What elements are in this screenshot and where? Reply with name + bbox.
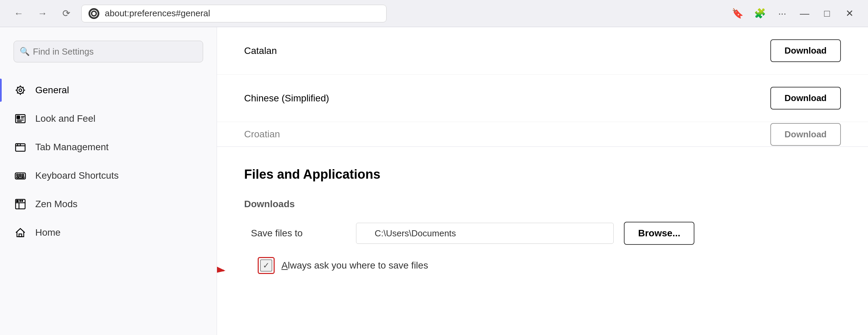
sidebar-item-label-zenmods: Zen Mods xyxy=(35,199,78,210)
annotation-arrow xyxy=(217,243,251,284)
search-container: 🔍 xyxy=(0,41,217,76)
svg-rect-24 xyxy=(19,234,22,237)
tab-management-icon xyxy=(14,140,27,154)
language-list: Catalan Download Chinese (Simplified) Do… xyxy=(217,27,868,147)
always-ask-checkbox[interactable]: ✓ xyxy=(260,259,272,272)
checkbox-highlight-border: ✓ xyxy=(258,257,275,274)
save-files-label: Save files to xyxy=(251,228,346,239)
zen-mods-icon xyxy=(14,197,27,211)
download-button-croatian[interactable]: Download xyxy=(770,123,841,146)
general-icon xyxy=(14,83,27,97)
address-bar[interactable]: about:preferences#general xyxy=(81,5,387,22)
language-name-croatian: Croatian xyxy=(244,129,280,140)
download-button-catalan[interactable]: Download xyxy=(770,39,841,62)
svg-rect-17 xyxy=(22,177,24,178)
svg-rect-13 xyxy=(19,174,21,176)
always-ask-container: ✓ Always ask you where to save files xyxy=(244,257,428,281)
svg-point-3 xyxy=(17,87,24,94)
sidebar-item-label-general: General xyxy=(35,85,69,96)
sidebar: 🔍 General xyxy=(0,27,217,335)
svg-rect-16 xyxy=(18,177,22,178)
svg-point-2 xyxy=(19,89,22,92)
sidebar-item-general[interactable]: General xyxy=(0,76,217,104)
minimize-icon: — xyxy=(800,8,809,19)
always-ask-row: ✓ Always ask you where to save files xyxy=(251,257,428,274)
sidebar-item-label-tabs: Tab Management xyxy=(35,142,108,153)
keyboard-shortcuts-icon xyxy=(14,169,27,182)
search-wrapper: 🔍 xyxy=(14,41,203,62)
menu-button[interactable]: ··· xyxy=(774,5,791,22)
download-button-chinese[interactable]: Download xyxy=(770,87,841,110)
content-area: Catalan Download Chinese (Simplified) Do… xyxy=(217,27,868,335)
browse-button[interactable]: Browse... xyxy=(624,222,694,245)
svg-rect-23 xyxy=(22,200,23,201)
search-icon: 🔍 xyxy=(20,47,30,56)
svg-rect-5 xyxy=(17,116,20,119)
home-icon xyxy=(14,226,27,239)
sidebar-item-zen-mods[interactable]: Zen Mods xyxy=(0,190,217,218)
back-button[interactable]: ← xyxy=(10,5,27,22)
always-ask-underline: A xyxy=(281,260,288,271)
language-item-croatian: Croatian Download xyxy=(217,122,868,146)
maximize-icon: □ xyxy=(824,8,830,19)
file-path-text: C:\Users\Documents xyxy=(375,228,456,239)
search-input[interactable] xyxy=(14,41,203,62)
checkbox-checkmark-icon: ✓ xyxy=(263,261,270,270)
sidebar-item-keyboard-shortcuts[interactable]: Keyboard Shortcuts xyxy=(0,161,217,190)
minimize-button[interactable]: — xyxy=(796,5,813,22)
file-path-display[interactable]: C:\Users\Documents xyxy=(356,223,614,244)
sidebar-item-tab-management[interactable]: Tab Management xyxy=(0,133,217,161)
sidebar-item-look-and-feel[interactable]: Look and Feel xyxy=(0,104,217,133)
sidebar-item-label-look: Look and Feel xyxy=(35,113,95,124)
section-title: Files and Applications xyxy=(244,167,841,182)
extensions-icon: 🧩 xyxy=(754,8,766,19)
language-item-chinese: Chinese (Simplified) Download xyxy=(217,75,868,122)
always-ask-text: Always ask you where to save files xyxy=(281,260,428,271)
svg-rect-21 xyxy=(17,200,18,202)
extensions-button[interactable]: 🧩 xyxy=(751,5,768,22)
svg-rect-14 xyxy=(22,174,24,176)
sidebar-item-label-keyboard: Keyboard Shortcuts xyxy=(35,170,119,181)
downloads-subsection-title: Downloads xyxy=(244,199,841,210)
svg-rect-22 xyxy=(20,200,21,201)
browser-chrome: ← → ⟳ about:preferences#general 🔖 🧩 ··· … xyxy=(0,0,868,27)
forward-button[interactable]: → xyxy=(34,5,51,22)
nav-items: General Look and Feel xyxy=(0,76,217,247)
files-and-applications-section: Files and Applications Downloads Save fi… xyxy=(217,147,868,301)
close-icon: ✕ xyxy=(846,8,853,19)
url-text: about:preferences#general xyxy=(105,8,210,19)
refresh-button[interactable]: ⟳ xyxy=(58,5,75,22)
bookmark-button[interactable]: 🔖 xyxy=(729,5,746,22)
language-item-catalan: Catalan Download xyxy=(217,27,868,75)
sidebar-item-home[interactable]: Home xyxy=(0,218,217,247)
language-name-chinese: Chinese (Simplified) xyxy=(244,93,329,104)
bookmark-icon: 🔖 xyxy=(732,8,744,19)
toolbar-right: 🔖 🧩 ··· — □ ✕ xyxy=(729,5,858,22)
close-button[interactable]: ✕ xyxy=(841,5,858,22)
look-and-feel-icon xyxy=(14,112,27,125)
svg-rect-12 xyxy=(17,174,18,176)
maximize-button[interactable]: □ xyxy=(818,5,835,22)
sidebar-item-label-home: Home xyxy=(35,227,61,238)
svg-point-1 xyxy=(92,12,96,15)
main-layout: 🔍 General xyxy=(0,27,868,335)
site-favicon xyxy=(88,8,99,19)
always-ask-checkbox-label[interactable]: ✓ Always ask you where to save files xyxy=(258,257,428,274)
language-name-catalan: Catalan xyxy=(244,45,277,56)
save-files-row: Save files to 🖿 C:\Users\Documents Brows… xyxy=(244,222,841,245)
menu-icon: ··· xyxy=(778,8,786,19)
